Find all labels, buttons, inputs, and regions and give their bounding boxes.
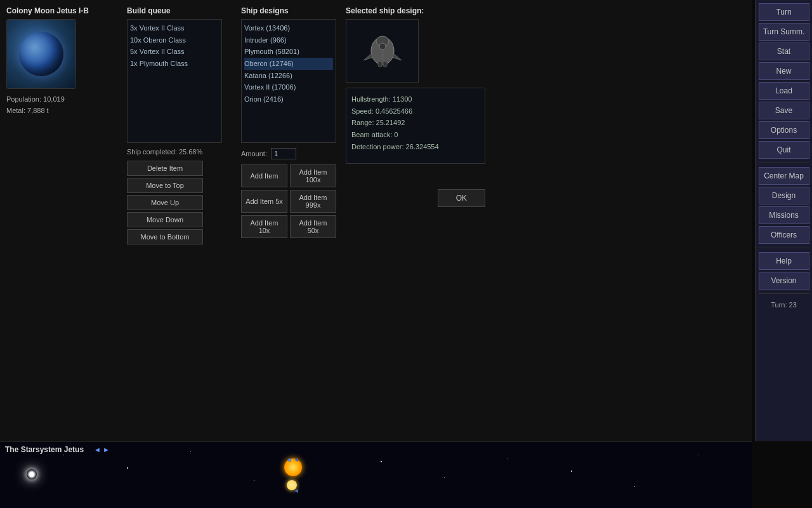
ship-stats-box: Hullstrength: 11300 Speed: 0.45625466 Ra… <box>346 88 485 164</box>
officers-button[interactable]: Officers <box>759 226 809 244</box>
list-item[interactable]: 1x Plymouth Class <box>130 58 219 70</box>
star-bg <box>571 471 572 472</box>
hullstrength-stat: Hullstrength: 11300 <box>351 93 480 105</box>
star-map: The Starsystem Jetus ◄ ► ◄ ◄ <box>0 441 752 508</box>
sidebar-divider <box>759 163 809 163</box>
stat-button[interactable]: Stat <box>759 43 809 60</box>
sidebar-divider-3 <box>759 293 809 294</box>
colony-stats: Population: 10,019 Metal: 7,888 t <box>6 94 121 116</box>
star-bg <box>127 467 128 469</box>
list-item[interactable]: Katana (12266) <box>244 70 333 82</box>
progress-text: Ship completed: 25.68% <box>127 148 235 156</box>
svg-rect-4 <box>378 62 382 67</box>
build-queue-title: Build queue <box>127 6 235 15</box>
design-button[interactable]: Design <box>759 187 809 204</box>
selected-ship-title: Selected ship design: <box>346 6 745 15</box>
amount-input[interactable] <box>271 148 296 159</box>
ship-designs-panel: Ship designs Vortex (13406) Intruder (96… <box>241 6 339 435</box>
star-bg <box>444 477 445 478</box>
svg-rect-5 <box>383 62 387 67</box>
move-down-button[interactable]: Move Down <box>127 212 203 227</box>
metal-stat: Metal: 7,888 t <box>6 105 121 117</box>
ship-image <box>360 29 405 73</box>
speed-stat: Speed: 0.45625466 <box>351 105 480 117</box>
add-item-button[interactable]: Add Item <box>241 164 287 187</box>
detection-stat: Detection power: 26.324554 <box>351 141 480 153</box>
add-buttons-grid: Add Item Add Item 100x Add Item 5x Add I… <box>241 164 336 238</box>
add-item-100-button[interactable]: Add Item 100x <box>290 164 336 187</box>
version-button[interactable]: Version <box>759 272 809 290</box>
add-item-50-button[interactable]: Add Item 50x <box>290 215 336 238</box>
star-bg <box>634 486 635 487</box>
star-map-title: The Starsystem Jetus <box>5 445 84 454</box>
list-item[interactable]: Vortex (13406) <box>244 22 333 34</box>
help-button[interactable]: Help <box>759 252 809 270</box>
ship-indicator-dot <box>288 458 291 462</box>
add-item-5-button[interactable]: Add Item 5x <box>241 190 287 213</box>
add-item-999-button[interactable]: Add Item 999x <box>290 190 336 213</box>
move-up-button[interactable]: Move Up <box>127 195 203 210</box>
add-item-10-button[interactable]: Add Item 10x <box>241 215 287 238</box>
list-item[interactable]: 10x Oberon Class <box>130 34 219 46</box>
star-map-nav: ◄ ► <box>89 446 115 453</box>
list-item[interactable]: Plymouth (58201) <box>244 46 333 58</box>
colony-panel: Colony Moon Jetus I-B Population: 10,019… <box>6 6 121 435</box>
amount-row: Amount: <box>241 148 339 159</box>
designs-list[interactable]: Vortex (13406) Intruder (966) Plymouth (… <box>241 19 336 143</box>
list-item[interactable]: Orion (2416) <box>244 93 333 105</box>
right-sidebar: Turn Turn Summ. Stat New Load Save Optio… <box>755 0 812 441</box>
amount-label: Amount: <box>241 150 267 157</box>
star-bg <box>381 461 382 462</box>
star-bg <box>508 458 508 458</box>
svg-marker-2 <box>363 54 373 60</box>
list-item[interactable]: Oberon (12746) <box>244 58 333 70</box>
sidebar-divider-2 <box>759 248 809 248</box>
load-button[interactable]: Load <box>759 82 809 100</box>
planet-image <box>6 19 76 89</box>
ship-preview <box>346 19 419 83</box>
turn-label: Turn: 23 <box>771 301 797 309</box>
turn-summ-button[interactable]: Turn Summ. <box>759 23 809 41</box>
quit-button[interactable]: Quit <box>759 141 809 159</box>
move-to-bottom-button[interactable]: Move to Bottom <box>127 229 203 244</box>
list-item[interactable]: Vortex II (17006) <box>244 81 333 93</box>
delete-item-button[interactable]: Delete Item <box>127 161 203 176</box>
selected-ship-panel: Selected ship design: Hullstrength: 113 <box>346 6 745 435</box>
queue-list[interactable]: 3x Vortex II Class 10x Oberon Class 5x V… <box>127 19 222 143</box>
svg-point-7 <box>379 43 386 50</box>
star-bg <box>254 480 254 481</box>
planet-indicator-label: ◄ <box>293 487 299 494</box>
svg-marker-3 <box>392 54 402 60</box>
list-item[interactable]: 5x Vortex II Class <box>130 46 219 58</box>
nav-left-arrow[interactable]: ◄ <box>94 446 101 453</box>
main-area: Colony Moon Jetus I-B Population: 10,019… <box>0 0 752 441</box>
beam-stat: Beam attack: 0 <box>351 129 480 141</box>
new-button[interactable]: New <box>759 62 809 80</box>
colony-title: Colony Moon Jetus I-B <box>6 6 121 15</box>
turn-button[interactable]: Turn <box>759 3 809 21</box>
star-sol <box>27 469 37 479</box>
planet-sphere <box>19 32 63 76</box>
missions-button[interactable]: Missions <box>759 206 809 224</box>
ship-designs-title: Ship designs <box>241 6 339 15</box>
ok-button[interactable]: OK <box>438 189 485 207</box>
list-item[interactable]: 3x Vortex II Class <box>130 22 219 34</box>
save-button[interactable]: Save <box>759 102 809 119</box>
options-button[interactable]: Options <box>759 121 809 139</box>
range-stat: Range: 25.21492 <box>351 117 480 129</box>
build-queue-panel: Build queue 3x Vortex II Class 10x Obero… <box>127 6 235 435</box>
nav-right-arrow[interactable]: ► <box>103 446 110 453</box>
move-to-top-button[interactable]: Move to Top <box>127 178 203 193</box>
population-stat: Population: 10,019 <box>6 94 121 105</box>
center-map-button[interactable]: Center Map <box>759 167 809 185</box>
list-item[interactable]: Intruder (966) <box>244 34 333 46</box>
